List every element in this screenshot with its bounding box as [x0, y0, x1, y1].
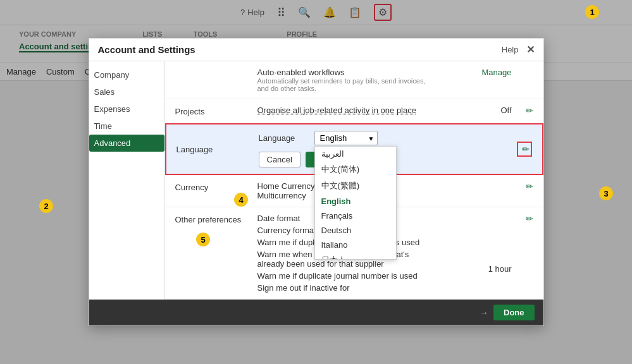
auto-workflows-action[interactable]: Manage — [436, 68, 512, 77]
lang-option-zh-traditional[interactable]: 中文(繁體) — [315, 178, 396, 194]
projects-label: Projects — [175, 106, 251, 116]
account-settings-modal: Account and Settings Help ✕ Company Sale… — [89, 38, 544, 326]
projects-action: Off — [436, 106, 512, 115]
lang-option-deutsch[interactable]: Deutsch — [315, 223, 396, 238]
duplicate-journal-label: Warn me if duplicate journal number is u… — [257, 271, 430, 281]
modal-close-button[interactable]: ✕ — [526, 44, 535, 56]
annotation-badge-5: 5 — [196, 233, 210, 246]
modal-help-button[interactable]: Help — [502, 45, 519, 54]
modal-backdrop: Account and Settings Help ✕ Company Sale… — [0, 0, 632, 364]
done-button[interactable]: Done — [493, 305, 535, 320]
auto-workflows-label — [175, 68, 251, 69]
sign-out-value: 1 hour — [436, 264, 512, 274]
language-label: Language — [177, 145, 252, 154]
language-select[interactable]: English — [314, 131, 378, 145]
modal-header-right: Help ✕ — [502, 44, 535, 56]
other-preferences-edit[interactable]: ✏ — [518, 214, 533, 224]
language-select-wrapper[interactable]: English ▼ العربية 中文(简体) 中文(繁體) English … — [314, 131, 378, 145]
lang-option-zh-simplified[interactable]: 中文(简体) — [315, 161, 396, 178]
auto-workflows-title: Auto-enabled workflows — [257, 68, 430, 77]
lang-option-francais[interactable]: Français — [315, 209, 396, 223]
footer-arrow-icon: → — [480, 308, 488, 318]
projects-edit[interactable]: ✏ — [518, 106, 533, 116]
projects-desc: Organise all job-related activity in one… — [257, 106, 430, 115]
language-dropdown[interactable]: العربية 中文(简体) 中文(繁體) English Français D… — [314, 146, 397, 260]
language-field-label: Language — [259, 133, 309, 143]
modal-content: Auto-enabled workflows Automatically set… — [165, 61, 543, 300]
annotation-badge-1: 1 — [585, 5, 599, 19]
language-edit-icon[interactable]: ✏ — [522, 144, 530, 154]
annotation-badge-3: 3 — [599, 186, 613, 200]
other-preferences-edit-icon[interactable]: ✏ — [526, 214, 533, 224]
currency-edit-icon[interactable]: ✏ — [526, 181, 533, 191]
projects-edit-icon[interactable]: ✏ — [526, 106, 533, 116]
modal-title: Account and Settings — [98, 44, 195, 55]
sidebar-item-expenses[interactable]: Expenses — [89, 100, 164, 118]
sign-out-row: Sign me out if inactive for — [257, 283, 430, 293]
currency-label: Currency — [175, 181, 251, 192]
currency-edit[interactable]: ✏ — [518, 181, 533, 191]
auto-workflows-sub: Automatically set reminders to pay bills… — [257, 77, 430, 92]
language-field-row: Language English ▼ العربية 中文(简体) — [259, 131, 511, 145]
sidebar-item-sales[interactable]: Sales — [89, 83, 164, 100]
language-edit[interactable]: ✏ — [517, 142, 532, 157]
sidebar-item-company[interactable]: Company — [89, 66, 164, 83]
lang-option-italiano[interactable]: Italiano — [315, 238, 396, 252]
projects-row: Projects Organise all job-related activi… — [165, 99, 543, 123]
modal-header: Account and Settings Help ✕ — [89, 39, 543, 61]
sign-out-label: Sign me out if inactive for — [257, 283, 350, 293]
other-preferences-label: Other preferences — [175, 214, 251, 224]
cancel-button[interactable]: Cancel — [259, 152, 301, 167]
auto-workflows-row: Auto-enabled workflows Automatically set… — [165, 61, 543, 99]
annotation-badge-4: 4 — [234, 193, 248, 207]
sidebar-item-advanced[interactable]: Advanced — [89, 135, 164, 152]
language-row: Language Language English ▼ — [165, 123, 543, 175]
modal-footer: → Done — [89, 300, 543, 325]
auto-workflows-desc: Auto-enabled workflows Automatically set… — [257, 68, 430, 92]
modal-body: Company Sales Expenses Time Advanced Aut… — [89, 61, 543, 300]
sidebar-item-time[interactable]: Time — [89, 118, 164, 135]
language-controls: Language English ▼ العربية 中文(简体) — [259, 131, 511, 167]
annotation-badge-2: 2 — [39, 199, 53, 213]
lang-option-english[interactable]: English — [315, 194, 396, 209]
modal-sidebar: Company Sales Expenses Time Advanced — [89, 61, 165, 300]
lang-option-japanese[interactable]: 日本人 — [315, 252, 396, 260]
other-preferences-action: 1 hour — [436, 214, 512, 274]
lang-option-arabic[interactable]: العربية — [315, 147, 396, 161]
